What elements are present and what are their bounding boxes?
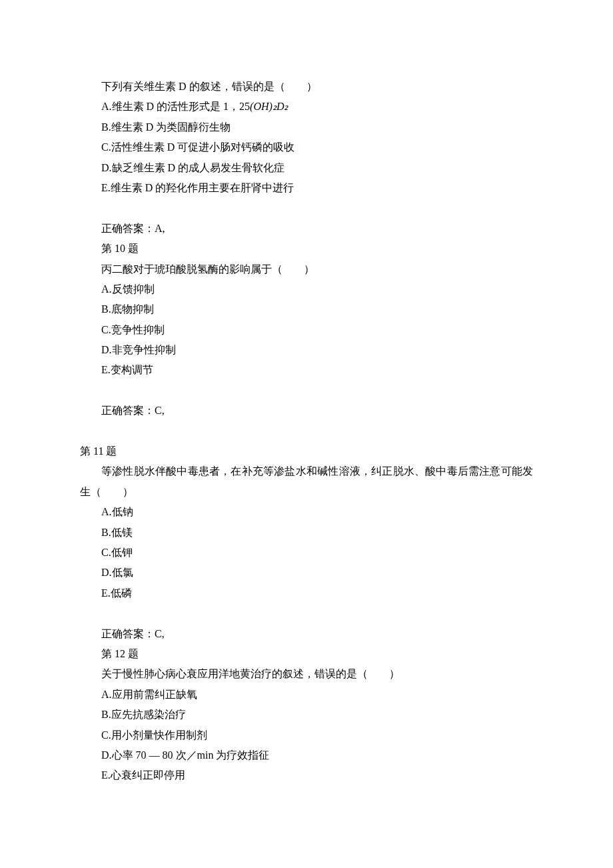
q10-header: 第 10 题: [80, 239, 533, 259]
q11-option-e: E.低磷: [80, 583, 533, 603]
q11-answer: 正确答案：C,: [80, 624, 533, 644]
q10-option-a: A.反馈抑制: [80, 279, 533, 299]
q12-stem: 关于慢性肺心病心衰应用洋地黄治疗的叙述，错误的是（ ）: [80, 664, 533, 684]
q11-option-c: C.低钾: [80, 543, 533, 563]
q10-stem: 丙二酸对于琥珀酸脱氢酶的影响属于（ ）: [80, 259, 533, 279]
q10-option-c: C.竞争性抑制: [80, 320, 533, 340]
q10-option-b: B.底物抑制: [80, 299, 533, 319]
q12-option-a: A.应用前需纠正缺氧: [80, 685, 533, 705]
q9-option-c: C.活性维生素 D 可促进小肠对钙磷的吸收: [80, 137, 533, 157]
q9-option-e: E.维生素 D 的羟化作用主要在肝肾中进行: [80, 178, 533, 198]
q10-option-e: E.变构调节: [80, 360, 533, 380]
q10-answer: 正确答案：C,: [80, 401, 533, 421]
q9-option-b: B.维生素 D 为类固醇衍生物: [80, 117, 533, 137]
q11-option-a: A.低钠: [80, 502, 533, 522]
q11-option-b: B.低镁: [80, 523, 533, 543]
q9-option-a-line: A.维生素 D 的活性形式是 1，25(OH)₂D₂: [80, 97, 533, 117]
q12-header: 第 12 题: [80, 644, 533, 664]
q12-option-c: C.用小剂量快作用制剂: [80, 725, 533, 745]
q9-option-a-formula: (OH)₂D₂: [250, 101, 288, 112]
q11-header: 第 11 题: [80, 441, 533, 461]
q12-option-d: D.心率 70 — 80 次／min 为疗效指征: [80, 745, 533, 765]
q12-option-b: B.应先抗感染治疗: [80, 705, 533, 725]
q9-answer: 正确答案：A,: [80, 219, 533, 239]
q11-option-d: D.低氯: [80, 563, 533, 583]
q9-stem: 下列有关维生素 D 的叙述，错误的是（ ）: [80, 77, 533, 97]
q11-stem: 等渗性脱水伴酸中毒患者，在补充等渗盐水和碱性溶液，纠正脱水、酸中毒后需注意可能发…: [80, 461, 533, 502]
q9-option-d: D.缺乏维生素 D 的成人易发生骨软化症: [80, 158, 533, 178]
q12-option-e: E.心衰纠正即停用: [80, 765, 533, 785]
q9-option-a-text: A.维生素 D 的活性形式是 1，25: [101, 101, 250, 112]
q10-option-d: D.非竞争性抑制: [80, 340, 533, 360]
